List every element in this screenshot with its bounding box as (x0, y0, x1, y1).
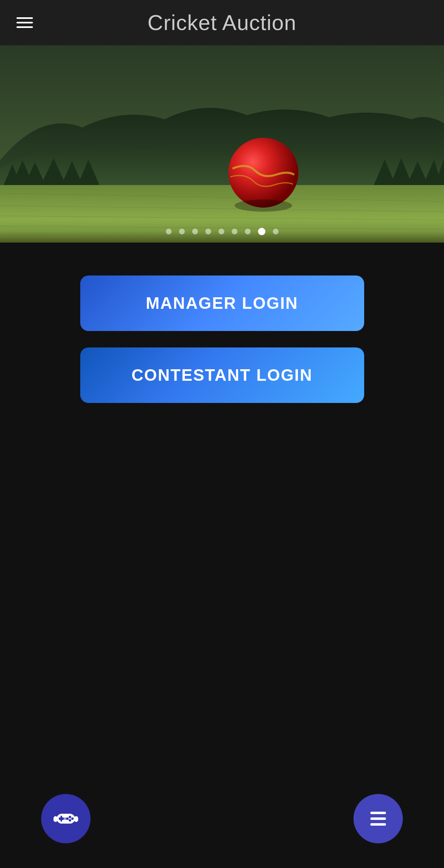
carousel-dot-4[interactable] (205, 229, 211, 234)
image-carousel (0, 45, 444, 243)
svg-rect-31 (370, 823, 386, 826)
gamepad-icon (53, 810, 78, 827)
svg-point-25 (71, 817, 74, 820)
background-scene (0, 45, 444, 243)
carousel-dot-9[interactable] (273, 229, 279, 234)
carousel-dot-5[interactable] (219, 229, 224, 234)
game-fab-button[interactable] (41, 794, 91, 843)
carousel-dot-6[interactable] (232, 229, 237, 234)
list-icon (368, 809, 388, 828)
carousel-dot-7[interactable] (245, 229, 251, 234)
cricket-scene (0, 45, 444, 243)
app-header: Cricket Auction (0, 0, 444, 45)
svg-point-18 (235, 199, 292, 212)
hamburger-line-3 (16, 26, 33, 28)
svg-rect-28 (64, 817, 68, 820)
carousel-dot-3[interactable] (192, 229, 198, 234)
svg-point-27 (69, 819, 71, 822)
contestant-login-button[interactable]: CONTESTANT LOGIN (80, 347, 364, 403)
hamburger-line-2 (16, 22, 33, 23)
svg-rect-21 (74, 816, 78, 822)
empty-space (21, 419, 423, 707)
main-content: MANAGER LOGIN CONTESTANT LOGIN (0, 243, 444, 740)
fab-container (0, 794, 444, 843)
carousel-dot-8[interactable] (258, 228, 265, 235)
hamburger-line-1 (16, 17, 33, 19)
carousel-dot-2[interactable] (179, 229, 185, 234)
menu-button[interactable] (16, 17, 33, 28)
svg-point-24 (69, 816, 71, 818)
svg-rect-30 (370, 817, 386, 820)
list-fab-button[interactable] (353, 794, 403, 843)
svg-rect-23 (60, 816, 62, 822)
carousel-dots (166, 228, 279, 235)
svg-rect-29 (370, 812, 386, 814)
app-title: Cricket Auction (148, 10, 297, 35)
svg-rect-20 (53, 816, 58, 822)
carousel-dot-1[interactable] (166, 229, 172, 234)
manager-login-button[interactable]: MANAGER LOGIN (80, 275, 364, 331)
